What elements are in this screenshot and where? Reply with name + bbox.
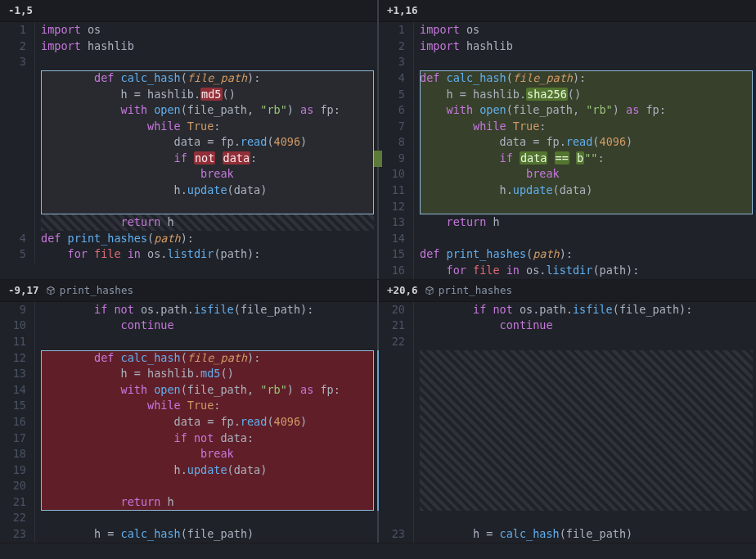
code-line[interactable]: 22 (0, 510, 377, 526)
code-line[interactable]: 15 while True: (0, 398, 377, 414)
code-line[interactable] (379, 494, 756, 511)
hunk-range: +20,6 (387, 283, 418, 298)
line-number: 8 (379, 134, 413, 151)
code-line[interactable]: h.update(data) (0, 183, 377, 199)
code-content: data = fp.read(4096) (34, 414, 307, 431)
code-line[interactable]: 2import hashlib (379, 38, 756, 55)
code-line[interactable] (379, 431, 756, 447)
line-number: 20 (0, 478, 34, 494)
line-number (0, 214, 34, 231)
line-number: 17 (0, 431, 34, 447)
hunk-header-right[interactable]: +1,16 (379, 0, 756, 22)
line-number (0, 87, 34, 103)
code-line[interactable]: h = hashlib.md5() (0, 87, 377, 103)
code-body[interactable]: 1import os2import hashlib34def calc_hash… (379, 22, 756, 279)
code-line[interactable]: 8 data = fp.read(4096) (379, 134, 756, 151)
code-line[interactable] (0, 199, 377, 215)
code-line[interactable]: 4def calc_hash(file_path): (379, 70, 756, 87)
code-line[interactable]: 5 for file in os.listdir(path): (0, 246, 377, 263)
code-line[interactable]: 21 continue (379, 318, 756, 334)
code-line[interactable] (379, 398, 756, 414)
code-line[interactable] (379, 350, 756, 367)
code-line[interactable]: 5 h = hashlib.sha256() (379, 87, 756, 103)
code-line[interactable]: 11 (0, 334, 377, 350)
code-line[interactable]: 2import hashlib (0, 38, 377, 55)
code-line[interactable]: 12 (379, 199, 756, 215)
code-line[interactable] (379, 510, 756, 526)
code-body[interactable]: 20 if not os.path.isfile(file_path):21 c… (379, 302, 756, 543)
code-content: import hashlib (34, 38, 134, 55)
code-line[interactable]: 23 h = calc_hash(file_path) (379, 526, 756, 543)
code-line[interactable]: while True: (0, 119, 377, 135)
code-line[interactable] (379, 478, 756, 494)
code-content (413, 398, 420, 414)
code-line[interactable]: 21 return h (0, 494, 377, 511)
code-line[interactable]: 18 break (0, 446, 377, 462)
code-line[interactable]: return h (0, 214, 377, 231)
code-content: data = fp.read(4096) (413, 134, 632, 151)
code-line[interactable]: 17 if not data: (0, 431, 377, 447)
line-number: 10 (379, 166, 413, 183)
code-line[interactable]: 14 with open(file_path, "rb") as fp: (0, 382, 377, 399)
move-connector (374, 151, 382, 167)
code-line[interactable]: with open(file_path, "rb") as fp: (0, 102, 377, 119)
line-number: 19 (0, 462, 34, 479)
hunk-header-left[interactable]: -9,17print_hashes (0, 280, 377, 302)
code-line[interactable] (379, 382, 756, 399)
line-number: 21 (379, 318, 413, 334)
code-content: h.update(data) (34, 183, 267, 199)
line-number: 23 (379, 526, 413, 543)
code-content: h = hashlib.sha256() (413, 87, 581, 103)
code-line[interactable]: 3 (379, 54, 756, 70)
code-line[interactable]: break (0, 166, 377, 183)
code-line[interactable] (379, 414, 756, 431)
code-line[interactable]: 14 (379, 231, 756, 247)
code-line[interactable]: 13 return h (379, 214, 756, 231)
line-number: 7 (379, 119, 413, 135)
code-body[interactable]: 9 if not os.path.isfile(file_path):10 co… (0, 302, 377, 543)
line-number (0, 102, 34, 119)
code-content: if not os.path.isfile(file_path): (34, 302, 313, 318)
code-line[interactable]: 9 if not os.path.isfile(file_path): (0, 302, 377, 318)
code-line[interactable]: 7 while True: (379, 119, 756, 135)
line-number: 18 (0, 446, 34, 462)
code-line[interactable]: 15def print_hashes(path): (379, 246, 756, 263)
code-line[interactable]: 11 h.update(data) (379, 183, 756, 199)
code-body[interactable]: 1import os2import hashlib3 def calc_hash… (0, 22, 377, 263)
code-content: h = calc_hash(file_path) (413, 526, 632, 543)
code-line[interactable]: 4def print_hashes(path): (0, 231, 377, 247)
code-content (413, 199, 420, 215)
line-number (379, 494, 413, 511)
code-line[interactable]: 20 if not os.path.isfile(file_path): (379, 302, 756, 318)
code-line[interactable]: 23 h = calc_hash(file_path) (0, 526, 377, 543)
code-line[interactable]: 20 (0, 478, 377, 494)
line-number: 11 (379, 183, 413, 199)
code-line[interactable]: 1import os (379, 22, 756, 38)
hunk-range: -9,17 (8, 283, 39, 298)
code-line[interactable]: data = fp.read(4096) (0, 134, 377, 151)
hunk-header-left[interactable]: -1,5 (0, 0, 377, 22)
line-number: 23 (0, 526, 34, 543)
code-line[interactable]: if not data: (0, 151, 377, 167)
hunk-header-right[interactable]: +20,6print_hashes (379, 280, 756, 302)
code-line[interactable] (379, 462, 756, 479)
code-line[interactable]: 10 break (379, 166, 756, 183)
code-content: while True: (34, 119, 220, 135)
hunk-range: -1,5 (8, 3, 33, 18)
code-line[interactable]: 9 if data == b"": (379, 151, 756, 167)
code-line[interactable] (379, 366, 756, 382)
code-line[interactable]: 6 with open(file_path, "rb") as fp: (379, 102, 756, 119)
code-line[interactable]: 16 data = fp.read(4096) (0, 414, 377, 431)
code-line[interactable]: def calc_hash(file_path): (0, 70, 377, 87)
code-content: h = hashlib.md5() (34, 87, 236, 103)
code-line[interactable]: 3 (0, 54, 377, 70)
code-line[interactable]: 16 for file in os.listdir(path): (379, 263, 756, 279)
code-line[interactable] (379, 446, 756, 462)
code-line[interactable]: 12 def calc_hash(file_path): (0, 350, 377, 367)
code-line[interactable]: 10 continue (0, 318, 377, 334)
code-line[interactable]: 19 h.update(data) (0, 462, 377, 479)
code-line[interactable]: 22 (379, 334, 756, 350)
code-line[interactable]: 1import os (0, 22, 377, 38)
code-line[interactable]: 13 h = hashlib.md5() (0, 366, 377, 382)
code-content (413, 446, 420, 462)
